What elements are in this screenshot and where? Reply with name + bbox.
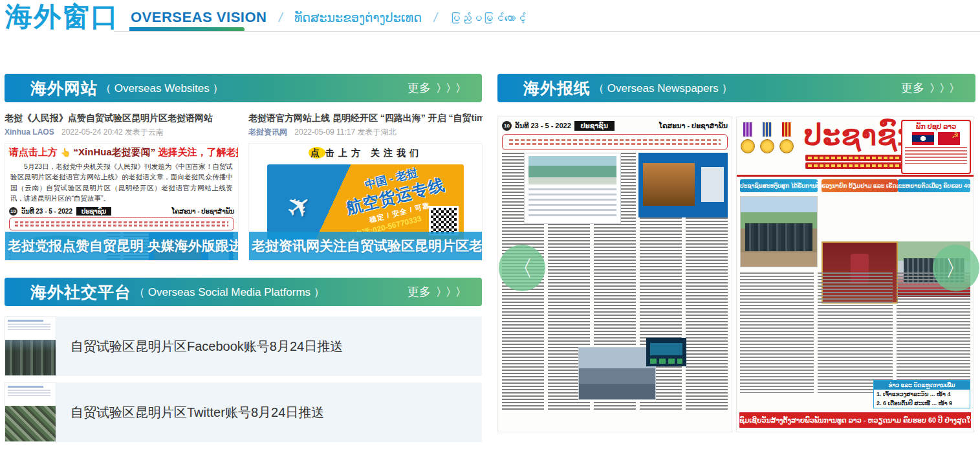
party-flag-icon xyxy=(938,132,960,145)
newspaper-photo-screenshot xyxy=(646,338,686,366)
page-header-area: 海外窗口 OVERSEAS VISION / ທັດສະນະຂອງຕ່າງປະເ… xyxy=(0,0,980,32)
more-link-social[interactable]: 更多 〉〉〉 xyxy=(408,284,465,300)
newspaper-date: ວັນທີ 23 - 5 - 2022 xyxy=(515,122,571,130)
chevron-right-icon: 〉 xyxy=(945,257,967,279)
carousel-next-button[interactable]: 〉 xyxy=(933,245,979,291)
card-location: 发表于云南 xyxy=(125,128,164,137)
card-caption-overlay: 老挝资讯网关注自贸试验区昆明片区老 xyxy=(249,232,482,260)
website-cards: 老挝《人民报》点赞自贸试验区昆明片区老挝语网站 Xinhua LAOS 2022… xyxy=(5,111,482,261)
card-date: 2022-05-09 11:17 xyxy=(294,128,355,137)
page-number-badge: 10 xyxy=(9,207,17,216)
section-header-social-media: 海外社交平台 （ Overseas Social Media Platforms… xyxy=(5,278,482,306)
medal-icon xyxy=(779,122,794,156)
card-source: Xinhua LAOS xyxy=(5,128,54,137)
card-title: 老挝语官方网站上线 昆明经开区 “四路出海” 开启 “自贸time” xyxy=(248,111,483,124)
card-meta: 老挝资讯网 2022-05-09 11:17 发表于湖北 xyxy=(248,127,483,138)
card-caption-overlay: 老挝党报点赞自贸昆明 央媒海外版跟进 xyxy=(5,232,238,260)
more-label: 更多 xyxy=(408,284,431,300)
card-image: 请点击上方 👆 “XinHua老挝要闻” 选择关注，了解老挝更多点 5月23日，… xyxy=(5,143,239,261)
more-arrows-icon: 〉〉〉 xyxy=(930,81,959,96)
section-header-overseas-websites: 海外网站 （ Overseas Websites ） 更多 〉〉〉 xyxy=(5,74,482,102)
masthead-info-strips xyxy=(805,153,902,170)
medal-icons xyxy=(741,122,794,156)
party-box-text-lines xyxy=(905,147,967,164)
frontpage-bottom-banner: ຊົມເຊີຍວັນສ້າງຕັ້ງສາຍພົວພັນການທູດ ລາວ - … xyxy=(739,412,971,428)
page-number-badge: 10 xyxy=(502,121,512,131)
newspaper-notice-box xyxy=(9,217,234,230)
follow-us-line: 点击上方 关注我们 xyxy=(249,144,482,162)
wechat-banner-line: 请点击上方 👆 “XinHua老挝要闻” 选择关注，了解老挝更多点 xyxy=(5,144,238,159)
section-header-overseas-newspapers: 海外报纸 （ Overseas Newspapers ） 更多 〉〉〉 xyxy=(497,74,975,102)
frontpage-photo-field-visit xyxy=(740,196,818,267)
newspaper-photo-website-screenshot xyxy=(524,153,621,224)
social-post-list: 自贸试验区昆明片区Facebook账号8月24日推送 自贸试验区昆明片区Twit… xyxy=(5,316,482,442)
medal-icon xyxy=(741,122,755,156)
section-title-en: （ Overseas Social Media Platforms ） xyxy=(134,285,325,300)
hand-pointer-icon: 👆 xyxy=(60,148,71,157)
frontpage-body: ປະຊາຊົນສະຫງົບສຸກ ໄດ້ຮັບການປັບປຸງ ຮອງນາຍົ… xyxy=(740,179,970,393)
newspaper-notice-box xyxy=(502,134,728,150)
nav-tab-lao[interactable]: ທັດສະນະຂອງຕ່າງປະເທດ xyxy=(294,11,422,25)
section-title-zh: 海外报纸 xyxy=(523,78,591,99)
newspaper-mini-header: 10 ວັນທີ 23 - 5 - 2022 ປະຊາຊົນ ໂຄສະນາ - … xyxy=(5,206,238,217)
airplane-icon: ✈ xyxy=(278,185,320,228)
frontpage-masthead: ປະຊາຊົນ ພັກ ປຊປ ລາວ xyxy=(737,117,974,177)
more-link-newspapers[interactable]: 更多 〉〉〉 xyxy=(901,80,959,96)
frontpage-index-box: ຂ່າວ ແລະ ບົດແຫຼດການເພີ່ມ 1. ເຈົ້າແຂວງສາລ… xyxy=(873,380,970,408)
mini-date: ວັນທີ 23 - 5 - 2022 xyxy=(21,208,72,215)
right-column: 海外报纸 （ Overseas Newspapers ） 更多 〉〉〉 10 ວ… xyxy=(497,74,975,449)
twitter-post-thumbnail xyxy=(5,383,56,442)
card-source: 老挝资讯网 xyxy=(248,128,287,137)
more-arrows-icon: 〉〉〉 xyxy=(436,285,465,300)
headline-bar: ຂະຫຍາຍຕົວເມືອງ ຄົບຮອບ 40 ປີ xyxy=(898,179,970,192)
more-arrows-icon: 〉〉〉 xyxy=(436,81,465,96)
nav-separator: / xyxy=(279,10,283,25)
mini-section: ໂຄສະນາ - ປະຊາສຳພັນ xyxy=(172,208,234,215)
site-header: 海外窗口 OVERSEAS VISION / ທັດສະນະຂອງຕ່າງປະເ… xyxy=(0,0,980,32)
newspaper-section: ໂຄສະນາ - ປະຊາສຳພັນ xyxy=(659,122,728,130)
social-item-twitter[interactable]: 自贸试验区昆明片区Twitter账号8月24日推送 xyxy=(5,383,482,442)
newspaper-carousel: 10 ວັນທີ 23 - 5 - 2022 ປະຊາຊົນ ໂຄສະນາ - … xyxy=(497,117,975,432)
more-link-websites[interactable]: 更多 〉〉〉 xyxy=(408,80,465,96)
social-item-title: 自贸试验区昆明片区Twitter账号8月24日推送 xyxy=(71,404,324,421)
section-title-zh: 海外社交平台 xyxy=(30,282,131,303)
newspaper-photo-road xyxy=(578,347,656,400)
cargo-ad-banner: ✈ 中国 - 老挝 航空货运专线 稳定 / 安全 / 可靠 老挝电话:020-5… xyxy=(267,164,464,241)
main-content: 海外网站 （ Overseas Websites ） 更多 〉〉〉 老挝《人民报… xyxy=(0,74,980,449)
newspaper-header: 10 ວັນທີ 23 - 5 - 2022 ປະຊາຊົນ ໂຄສະນາ - … xyxy=(498,117,732,132)
card-title: 老挝《人民报》点赞自贸试验区昆明片区老挝语网站 xyxy=(5,111,239,124)
article-excerpt: 5月23日，老挝党中央机关报《人民报》刊发题为《中国首家！自贸试验区昆明片区老挝… xyxy=(5,159,238,206)
more-label: 更多 xyxy=(408,80,431,96)
newspaper-masthead: ປະຊາຊົນ xyxy=(574,121,615,131)
carousel-prev-button[interactable]: 〈 xyxy=(499,245,545,291)
frontpage-columns xyxy=(740,272,970,393)
website-card-laoinfo[interactable]: 老挝语官方网站上线 昆明经开区 “四路出海” 开启 “自贸time” 老挝资讯网… xyxy=(248,111,483,261)
card-location: 发表于湖北 xyxy=(358,128,397,137)
medal-icon xyxy=(760,122,774,156)
mini-masthead: ປະຊາຊົນ xyxy=(76,207,111,216)
section-title-en: （ Overseas Newspapers ） xyxy=(593,81,732,96)
nav-separator: / xyxy=(433,10,437,25)
site-logo[interactable]: 海外窗口 xyxy=(5,1,119,32)
section-title-zh: 海外网站 xyxy=(30,78,98,99)
section-title-en: （ Overseas Websites ） xyxy=(100,81,224,96)
card-meta: Xinhua LAOS 2022-05-24 20:42 发表于云南 xyxy=(5,127,239,138)
nav-tab-overseas-vision[interactable]: OVERSEAS VISION xyxy=(131,9,267,25)
nav-tab-burmese[interactable]: ပြည်ပမြင်ထောင့် xyxy=(449,12,526,25)
card-date: 2022-05-24 20:42 xyxy=(61,128,123,137)
facebook-post-thumbnail xyxy=(5,316,56,376)
main-nav: OVERSEAS VISION / ທັດສະນະຂອງຕ່າງປະເທດ / … xyxy=(131,1,526,26)
header-divider xyxy=(114,31,980,32)
social-item-facebook[interactable]: 自贸试验区昆明片区Facebook账号8月24日推送 xyxy=(5,316,482,376)
more-label: 更多 xyxy=(901,80,924,96)
website-card-renminbao[interactable]: 老挝《人民报》点赞自贸试验区昆明片区老挝语网站 Xinhua LAOS 2022… xyxy=(5,111,239,261)
chevron-left-icon: 〈 xyxy=(511,257,533,279)
social-item-title: 自贸试验区昆明片区Facebook账号8月24日推送 xyxy=(71,338,343,355)
flags xyxy=(905,132,967,145)
frontpage-title: ປະຊາຊົນ xyxy=(804,118,917,151)
newspaper-photo-tv-report xyxy=(638,153,728,217)
left-column: 海外网站 （ Overseas Websites ） 更多 〉〉〉 老挝《人民报… xyxy=(5,74,482,449)
card-image: 点击上方 关注我们 ✈ 中国 - 老挝 航空货运专线 稳定 / 安全 / 可靠 … xyxy=(248,143,483,261)
laos-flag-icon xyxy=(912,132,934,145)
party-slogan-box: ພັກ ປຊປ ລາວ xyxy=(901,120,971,174)
